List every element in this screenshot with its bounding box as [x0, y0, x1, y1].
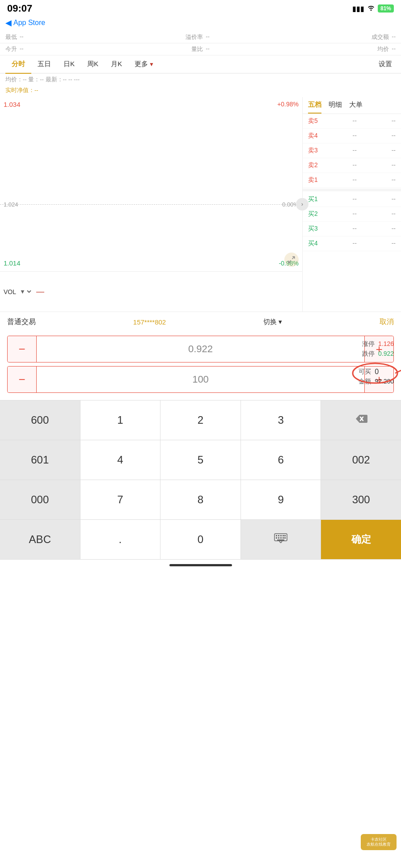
numpad-dot[interactable]: .: [80, 520, 161, 559]
stat-volratio: 量比 --: [191, 45, 210, 53]
home-indicator: [169, 564, 232, 566]
ob-tab-big[interactable]: 大单: [349, 101, 363, 114]
status-time: 09:07: [7, 3, 32, 14]
top-stats-bar: 最低 -- 溢价率 -- 成交额 --: [0, 31, 401, 43]
quantity-input-wrapper: − + 可买 0 金额 92.200: [0, 366, 401, 393]
ob-tab-five[interactable]: 五档: [308, 101, 321, 114]
main-content: 1.034 +0.98% 1.024 0.00% 1.014 -0.98% › …: [0, 97, 401, 312]
top-stats-bar2: 今升 -- 量比 -- 均价 --: [0, 43, 401, 55]
price-input[interactable]: [37, 336, 364, 362]
price-plus-button[interactable]: +: [364, 336, 393, 362]
stat-premium-label: 溢价率: [186, 33, 203, 41]
numpad-7[interactable]: 7: [80, 480, 161, 519]
back-nav[interactable]: ◀ App Store: [0, 16, 401, 31]
tab-bar: 分时 五日 日K 周K 月K 更多 ▼ 设置: [0, 55, 401, 74]
stat-premium-value: --: [206, 33, 210, 41]
stat-low-label: 最低: [5, 33, 17, 41]
chart-top-value: 1.034: [4, 101, 21, 108]
stat-volratio-value: --: [206, 45, 210, 53]
numpad-601[interactable]: 601: [0, 440, 80, 480]
numpad-002[interactable]: 002: [321, 440, 401, 480]
numpad-abc[interactable]: ABC: [0, 520, 80, 559]
svg-rect-12: [284, 537, 286, 539]
trading-section: 普通交易 157****802 切换 ▾ 取消 − + 涨停 1.126 跌停 …: [0, 312, 401, 560]
chart-mid-value: 1.024: [4, 201, 18, 208]
tab-more[interactable]: 更多 ▼: [128, 55, 160, 73]
trading-type: 普通交易: [7, 317, 36, 327]
expand-icon[interactable]: [284, 253, 299, 267]
price-input-row: − +: [7, 336, 394, 362]
price-info-text: 均价：-- 量：-- 最新：-- -- ---: [5, 76, 80, 83]
battery-icon: 81%: [378, 4, 394, 13]
realtime-nav: 实时净值：--: [0, 85, 401, 97]
bottom-bar: [0, 560, 401, 575]
numpad-300[interactable]: 300: [321, 480, 401, 519]
svg-rect-11: [283, 537, 284, 539]
status-bar: 09:07 ▮▮▮ 81%: [0, 0, 401, 16]
price-minus-button[interactable]: −: [8, 336, 37, 362]
switch-arrow-icon: ▾: [279, 318, 282, 325]
stat-avgprice-value: --: [392, 45, 396, 53]
tab-settings[interactable]: 设置: [375, 55, 396, 73]
numpad-confirm[interactable]: 确定: [321, 520, 401, 559]
tab-monthk[interactable]: 月K: [105, 55, 128, 73]
tab-minute[interactable]: 分时: [5, 55, 31, 73]
numpad-5[interactable]: 5: [160, 440, 241, 480]
vol-dash: —: [36, 287, 44, 296]
numpad-4[interactable]: 4: [80, 440, 161, 480]
tab-weekk[interactable]: 周K: [81, 55, 105, 73]
panel-toggle-icon[interactable]: ›: [296, 198, 308, 211]
svg-rect-13: [277, 539, 284, 541]
cancel-button[interactable]: 取消: [380, 317, 394, 327]
watermark-line2: 农航在线教育: [367, 842, 391, 847]
quantity-minus-button[interactable]: −: [8, 367, 37, 392]
stat-turnover: 成交额 --: [371, 33, 396, 41]
quantity-input-row: − +: [7, 366, 394, 393]
svg-rect-10: [280, 537, 282, 539]
backspace-icon: [355, 414, 367, 426]
back-button[interactable]: ◀ App Store: [5, 18, 396, 28]
stat-low: 最低 --: [5, 33, 24, 41]
signal-icon: ▮▮▮: [352, 4, 364, 13]
chart-top-pct: +0.98%: [277, 101, 299, 108]
numpad-600[interactable]: 600: [0, 400, 80, 440]
quantity-plus-button[interactable]: +: [364, 367, 393, 392]
svg-line-1: [395, 368, 401, 373]
trading-switch-btn[interactable]: 切换 ▾: [263, 318, 282, 326]
ob-divider: [303, 189, 401, 191]
order-book-tabs: 五档 明细 大单: [303, 97, 401, 114]
vol-dropdown[interactable]: ▼: [18, 288, 33, 295]
stat-turnover-value: --: [392, 33, 396, 41]
numpad-0[interactable]: 0: [160, 520, 241, 559]
tab-5day[interactable]: 五日: [31, 55, 57, 73]
tab-dayk[interactable]: 日K: [57, 55, 81, 73]
ob-row-sell1: 卖1 -- --: [303, 173, 401, 188]
chart-mid-line: [0, 204, 302, 205]
realtime-value: 实时净值：--: [5, 87, 38, 93]
numpad-keyboard[interactable]: [241, 520, 321, 559]
numpad-6[interactable]: 6: [241, 440, 321, 480]
vol-text: VOL: [4, 288, 16, 295]
trading-header: 普通交易 157****802 切换 ▾ 取消: [0, 312, 401, 332]
watermark: 卡农社区 农航在线教育: [361, 834, 397, 850]
svg-rect-7: [284, 535, 286, 536]
ob-tab-detail[interactable]: 明细: [329, 101, 342, 114]
numpad-row-0: 600 1 2 3: [0, 400, 401, 440]
quantity-input[interactable]: [37, 367, 364, 392]
price-info-bar: 均价：-- 量：-- 最新：-- -- ---: [0, 74, 401, 85]
vol-label-container: VOL ▼: [4, 288, 33, 295]
numpad-row-2: 000 7 8 9 300: [0, 480, 401, 520]
stat-avgprice-label: 均价: [377, 45, 389, 53]
numpad-1[interactable]: 1: [80, 400, 161, 440]
numpad-3[interactable]: 3: [241, 400, 321, 440]
numpad-9[interactable]: 9: [241, 480, 321, 519]
numpad-2[interactable]: 2: [160, 400, 241, 440]
numpad-backspace[interactable]: [321, 400, 401, 440]
trading-account: 157****802: [133, 318, 166, 326]
back-arrow-icon: ◀: [5, 18, 12, 28]
numpad-8[interactable]: 8: [160, 480, 241, 519]
svg-rect-9: [278, 537, 279, 539]
ob-row-sell4: 卖4 -- --: [303, 129, 401, 143]
numpad-000[interactable]: 000: [0, 480, 80, 519]
ob-row-buy3: 买3 -- --: [303, 222, 401, 236]
